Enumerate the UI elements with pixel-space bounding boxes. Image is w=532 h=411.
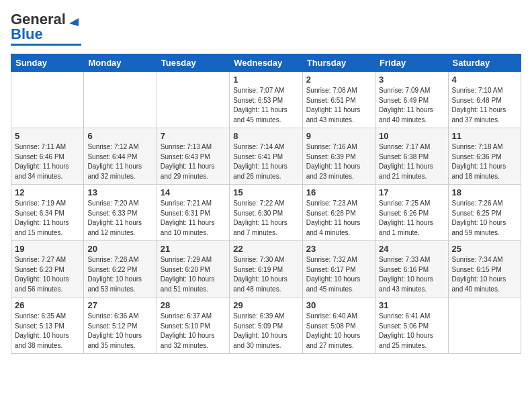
- day-info: Sunrise: 7:11 AM Sunset: 6:46 PM Dayligh…: [15, 142, 80, 181]
- calendar-cell: [157, 72, 229, 128]
- calendar-cell: 12Sunrise: 7:19 AM Sunset: 6:34 PM Dayli…: [11, 185, 84, 241]
- calendar-cell: 5Sunrise: 7:11 AM Sunset: 6:46 PM Daylig…: [11, 128, 84, 185]
- day-info: Sunrise: 7:22 AM Sunset: 6:30 PM Dayligh…: [233, 199, 298, 238]
- calendar-week-row: 5Sunrise: 7:11 AM Sunset: 6:46 PM Daylig…: [11, 128, 521, 185]
- calendar-cell: 30Sunrise: 6:40 AM Sunset: 5:08 PM Dayli…: [302, 298, 375, 354]
- calendar-cell: 15Sunrise: 7:22 AM Sunset: 6:30 PM Dayli…: [230, 185, 302, 241]
- calendar-week-row: 19Sunrise: 7:27 AM Sunset: 6:23 PM Dayli…: [11, 241, 521, 298]
- day-number: 25: [452, 244, 517, 254]
- calendar-cell: 23Sunrise: 7:32 AM Sunset: 6:17 PM Dayli…: [302, 241, 375, 298]
- day-number: 17: [379, 187, 444, 197]
- calendar-cell: 21Sunrise: 7:29 AM Sunset: 6:20 PM Dayli…: [157, 241, 229, 298]
- day-info: Sunrise: 6:37 AM Sunset: 5:10 PM Dayligh…: [161, 312, 226, 351]
- calendar-cell: 29Sunrise: 6:39 AM Sunset: 5:09 PM Dayli…: [230, 298, 302, 354]
- day-of-week-header: Tuesday: [157, 54, 229, 72]
- day-number: 10: [379, 131, 444, 141]
- calendar-cell: 25Sunrise: 7:34 AM Sunset: 6:15 PM Dayli…: [448, 241, 521, 298]
- calendar-cell: 11Sunrise: 7:18 AM Sunset: 6:36 PM Dayli…: [448, 128, 521, 185]
- day-number: 8: [233, 131, 298, 141]
- calendar-cell: 16Sunrise: 7:23 AM Sunset: 6:28 PM Dayli…: [302, 185, 375, 241]
- day-info: Sunrise: 7:21 AM Sunset: 6:31 PM Dayligh…: [161, 199, 226, 238]
- logo-blue-text: Blue: [11, 26, 43, 42]
- day-number: 29: [233, 300, 298, 310]
- calendar-cell: 31Sunrise: 6:41 AM Sunset: 5:06 PM Dayli…: [375, 298, 448, 354]
- calendar-cell: [11, 72, 84, 128]
- day-number: 1: [233, 75, 298, 85]
- day-number: 18: [452, 187, 517, 197]
- day-info: Sunrise: 7:28 AM Sunset: 6:22 PM Dayligh…: [87, 255, 152, 294]
- page-header: General Blue: [11, 11, 521, 46]
- day-info: Sunrise: 6:36 AM Sunset: 5:12 PM Dayligh…: [87, 312, 152, 351]
- day-info: Sunrise: 6:39 AM Sunset: 5:09 PM Dayligh…: [233, 312, 298, 351]
- day-number: 26: [15, 300, 80, 310]
- calendar-cell: 6Sunrise: 7:12 AM Sunset: 6:44 PM Daylig…: [84, 128, 157, 185]
- day-number: 2: [306, 75, 371, 85]
- day-info: Sunrise: 7:17 AM Sunset: 6:38 PM Dayligh…: [379, 142, 444, 181]
- day-number: 27: [87, 300, 152, 310]
- day-info: Sunrise: 7:10 AM Sunset: 6:48 PM Dayligh…: [452, 86, 517, 125]
- calendar-cell: 1Sunrise: 7:07 AM Sunset: 6:53 PM Daylig…: [230, 72, 302, 128]
- day-info: Sunrise: 7:33 AM Sunset: 6:16 PM Dayligh…: [379, 255, 444, 294]
- day-number: 19: [15, 244, 80, 254]
- day-info: Sunrise: 7:30 AM Sunset: 6:19 PM Dayligh…: [233, 255, 298, 294]
- day-info: Sunrise: 7:34 AM Sunset: 6:15 PM Dayligh…: [452, 255, 517, 294]
- calendar-cell: 17Sunrise: 7:25 AM Sunset: 6:26 PM Dayli…: [375, 185, 448, 241]
- day-info: Sunrise: 6:35 AM Sunset: 5:13 PM Dayligh…: [15, 312, 80, 351]
- day-number: 16: [306, 187, 371, 197]
- calendar-cell: 13Sunrise: 7:20 AM Sunset: 6:33 PM Dayli…: [84, 185, 157, 241]
- day-of-week-header: Monday: [84, 54, 157, 72]
- day-number: 24: [379, 244, 444, 254]
- calendar-cell: 28Sunrise: 6:37 AM Sunset: 5:10 PM Dayli…: [157, 298, 229, 354]
- calendar-cell: 3Sunrise: 7:09 AM Sunset: 6:49 PM Daylig…: [375, 72, 448, 128]
- day-info: Sunrise: 7:25 AM Sunset: 6:26 PM Dayligh…: [379, 199, 444, 238]
- calendar-cell: 26Sunrise: 6:35 AM Sunset: 5:13 PM Dayli…: [11, 298, 84, 354]
- day-info: Sunrise: 6:40 AM Sunset: 5:08 PM Dayligh…: [306, 312, 371, 351]
- calendar-cell: [84, 72, 157, 128]
- day-info: Sunrise: 7:16 AM Sunset: 6:39 PM Dayligh…: [306, 142, 371, 181]
- day-number: 14: [161, 187, 226, 197]
- day-number: 6: [87, 131, 152, 141]
- calendar-cell: 7Sunrise: 7:13 AM Sunset: 6:43 PM Daylig…: [157, 128, 229, 185]
- day-of-week-header: Thursday: [302, 54, 375, 72]
- day-info: Sunrise: 7:09 AM Sunset: 6:49 PM Dayligh…: [379, 86, 444, 125]
- logo-arrow-icon: [66, 11, 81, 26]
- day-number: 11: [452, 131, 517, 141]
- day-info: Sunrise: 7:20 AM Sunset: 6:33 PM Dayligh…: [87, 199, 152, 238]
- calendar-cell: 22Sunrise: 7:30 AM Sunset: 6:19 PM Dayli…: [230, 241, 302, 298]
- day-number: 30: [306, 300, 371, 310]
- day-info: Sunrise: 7:12 AM Sunset: 6:44 PM Dayligh…: [87, 142, 152, 181]
- day-number: 5: [15, 131, 80, 141]
- day-of-week-header: Saturday: [448, 54, 521, 72]
- day-number: 12: [15, 187, 80, 197]
- day-number: 28: [161, 300, 226, 310]
- day-info: Sunrise: 7:13 AM Sunset: 6:43 PM Dayligh…: [161, 142, 226, 181]
- calendar-cell: 4Sunrise: 7:10 AM Sunset: 6:48 PM Daylig…: [448, 72, 521, 128]
- calendar-cell: 19Sunrise: 7:27 AM Sunset: 6:23 PM Dayli…: [11, 241, 84, 298]
- day-number: 21: [161, 244, 226, 254]
- day-info: Sunrise: 7:08 AM Sunset: 6:51 PM Dayligh…: [306, 86, 371, 125]
- calendar-week-row: 12Sunrise: 7:19 AM Sunset: 6:34 PM Dayli…: [11, 185, 521, 241]
- calendar-cell: 20Sunrise: 7:28 AM Sunset: 6:22 PM Dayli…: [84, 241, 157, 298]
- day-info: Sunrise: 6:41 AM Sunset: 5:06 PM Dayligh…: [379, 312, 444, 351]
- calendar-week-row: 26Sunrise: 6:35 AM Sunset: 5:13 PM Dayli…: [11, 298, 521, 354]
- day-info: Sunrise: 7:19 AM Sunset: 6:34 PM Dayligh…: [15, 199, 80, 238]
- calendar-cell: [448, 298, 521, 354]
- logo-underline: [11, 44, 81, 46]
- calendar-week-row: 1Sunrise: 7:07 AM Sunset: 6:53 PM Daylig…: [11, 72, 521, 128]
- logo: General Blue: [11, 11, 81, 46]
- day-number: 9: [306, 131, 371, 141]
- day-number: 15: [233, 187, 298, 197]
- day-info: Sunrise: 7:27 AM Sunset: 6:23 PM Dayligh…: [15, 255, 80, 294]
- calendar-cell: 9Sunrise: 7:16 AM Sunset: 6:39 PM Daylig…: [302, 128, 375, 185]
- day-number: 23: [306, 244, 371, 254]
- day-number: 4: [452, 75, 517, 85]
- day-of-week-header: Sunday: [11, 54, 84, 72]
- day-number: 20: [87, 244, 152, 254]
- day-of-week-header: Wednesday: [230, 54, 302, 72]
- day-info: Sunrise: 7:14 AM Sunset: 6:41 PM Dayligh…: [233, 142, 298, 181]
- day-number: 31: [379, 300, 444, 310]
- calendar-cell: 24Sunrise: 7:33 AM Sunset: 6:16 PM Dayli…: [375, 241, 448, 298]
- day-info: Sunrise: 7:07 AM Sunset: 6:53 PM Dayligh…: [233, 86, 298, 125]
- day-of-week-header: Friday: [375, 54, 448, 72]
- calendar-table: SundayMondayTuesdayWednesdayThursdayFrid…: [11, 54, 521, 354]
